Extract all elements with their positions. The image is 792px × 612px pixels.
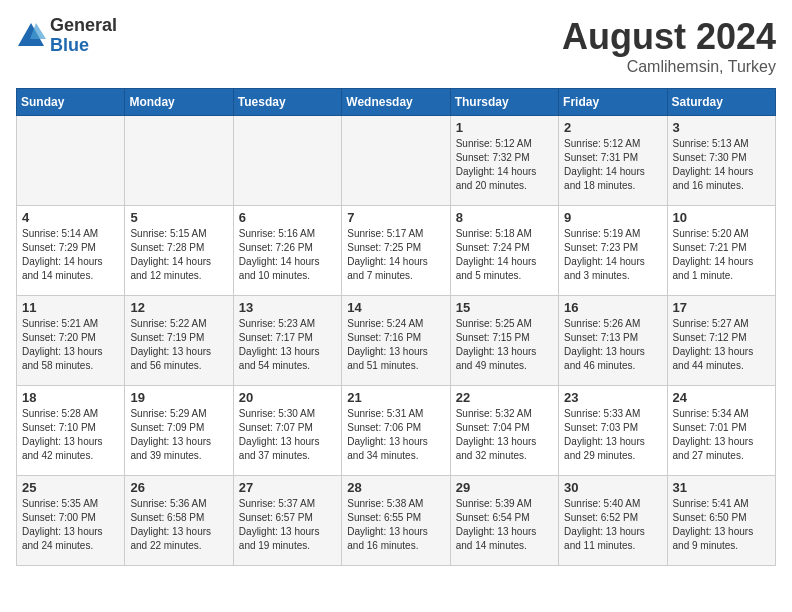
day-number: 7 [347,210,444,225]
header-day-wednesday: Wednesday [342,89,450,116]
day-number: 12 [130,300,227,315]
location: Camlihemsin, Turkey [562,58,776,76]
week-row-2: 4Sunrise: 5:14 AM Sunset: 7:29 PM Daylig… [17,206,776,296]
day-info: Sunrise: 5:32 AM Sunset: 7:04 PM Dayligh… [456,407,553,463]
calendar-cell: 26Sunrise: 5:36 AM Sunset: 6:58 PM Dayli… [125,476,233,566]
header-day-sunday: Sunday [17,89,125,116]
calendar-cell: 14Sunrise: 5:24 AM Sunset: 7:16 PM Dayli… [342,296,450,386]
calendar-cell: 5Sunrise: 5:15 AM Sunset: 7:28 PM Daylig… [125,206,233,296]
day-number: 26 [130,480,227,495]
calendar-cell: 6Sunrise: 5:16 AM Sunset: 7:26 PM Daylig… [233,206,341,296]
day-number: 5 [130,210,227,225]
day-number: 27 [239,480,336,495]
calendar-cell: 9Sunrise: 5:19 AM Sunset: 7:23 PM Daylig… [559,206,667,296]
day-number: 18 [22,390,119,405]
day-info: Sunrise: 5:25 AM Sunset: 7:15 PM Dayligh… [456,317,553,373]
calendar-cell: 22Sunrise: 5:32 AM Sunset: 7:04 PM Dayli… [450,386,558,476]
header-day-saturday: Saturday [667,89,775,116]
day-info: Sunrise: 5:29 AM Sunset: 7:09 PM Dayligh… [130,407,227,463]
header-day-thursday: Thursday [450,89,558,116]
day-info: Sunrise: 5:18 AM Sunset: 7:24 PM Dayligh… [456,227,553,283]
day-number: 8 [456,210,553,225]
logo-general: General [50,16,117,36]
calendar-cell: 20Sunrise: 5:30 AM Sunset: 7:07 PM Dayli… [233,386,341,476]
calendar-table: SundayMondayTuesdayWednesdayThursdayFrid… [16,88,776,566]
day-number: 3 [673,120,770,135]
calendar-cell: 27Sunrise: 5:37 AM Sunset: 6:57 PM Dayli… [233,476,341,566]
calendar-cell: 31Sunrise: 5:41 AM Sunset: 6:50 PM Dayli… [667,476,775,566]
day-number: 10 [673,210,770,225]
day-info: Sunrise: 5:33 AM Sunset: 7:03 PM Dayligh… [564,407,661,463]
title-block: August 2024 Camlihemsin, Turkey [562,16,776,76]
day-number: 1 [456,120,553,135]
day-number: 23 [564,390,661,405]
week-row-4: 18Sunrise: 5:28 AM Sunset: 7:10 PM Dayli… [17,386,776,476]
week-row-3: 11Sunrise: 5:21 AM Sunset: 7:20 PM Dayli… [17,296,776,386]
day-info: Sunrise: 5:39 AM Sunset: 6:54 PM Dayligh… [456,497,553,553]
calendar-cell [17,116,125,206]
day-number: 31 [673,480,770,495]
day-number: 9 [564,210,661,225]
week-row-5: 25Sunrise: 5:35 AM Sunset: 7:00 PM Dayli… [17,476,776,566]
day-info: Sunrise: 5:31 AM Sunset: 7:06 PM Dayligh… [347,407,444,463]
day-info: Sunrise: 5:13 AM Sunset: 7:30 PM Dayligh… [673,137,770,193]
day-info: Sunrise: 5:15 AM Sunset: 7:28 PM Dayligh… [130,227,227,283]
calendar-cell: 19Sunrise: 5:29 AM Sunset: 7:09 PM Dayli… [125,386,233,476]
day-number: 21 [347,390,444,405]
day-info: Sunrise: 5:30 AM Sunset: 7:07 PM Dayligh… [239,407,336,463]
day-number: 11 [22,300,119,315]
calendar-body: 1Sunrise: 5:12 AM Sunset: 7:32 PM Daylig… [17,116,776,566]
day-info: Sunrise: 5:27 AM Sunset: 7:12 PM Dayligh… [673,317,770,373]
day-number: 29 [456,480,553,495]
day-number: 16 [564,300,661,315]
calendar-cell: 11Sunrise: 5:21 AM Sunset: 7:20 PM Dayli… [17,296,125,386]
calendar-cell: 4Sunrise: 5:14 AM Sunset: 7:29 PM Daylig… [17,206,125,296]
day-info: Sunrise: 5:14 AM Sunset: 7:29 PM Dayligh… [22,227,119,283]
day-info: Sunrise: 5:12 AM Sunset: 7:31 PM Dayligh… [564,137,661,193]
calendar-cell: 13Sunrise: 5:23 AM Sunset: 7:17 PM Dayli… [233,296,341,386]
calendar-header: SundayMondayTuesdayWednesdayThursdayFrid… [17,89,776,116]
day-number: 24 [673,390,770,405]
day-info: Sunrise: 5:35 AM Sunset: 7:00 PM Dayligh… [22,497,119,553]
calendar-cell: 29Sunrise: 5:39 AM Sunset: 6:54 PM Dayli… [450,476,558,566]
calendar-cell [125,116,233,206]
calendar-cell [233,116,341,206]
header-day-friday: Friday [559,89,667,116]
calendar-cell: 21Sunrise: 5:31 AM Sunset: 7:06 PM Dayli… [342,386,450,476]
calendar-cell: 7Sunrise: 5:17 AM Sunset: 7:25 PM Daylig… [342,206,450,296]
month-year: August 2024 [562,16,776,58]
calendar-cell: 24Sunrise: 5:34 AM Sunset: 7:01 PM Dayli… [667,386,775,476]
calendar-cell: 17Sunrise: 5:27 AM Sunset: 7:12 PM Dayli… [667,296,775,386]
day-info: Sunrise: 5:41 AM Sunset: 6:50 PM Dayligh… [673,497,770,553]
day-info: Sunrise: 5:26 AM Sunset: 7:13 PM Dayligh… [564,317,661,373]
calendar-cell: 18Sunrise: 5:28 AM Sunset: 7:10 PM Dayli… [17,386,125,476]
day-info: Sunrise: 5:24 AM Sunset: 7:16 PM Dayligh… [347,317,444,373]
calendar-cell: 2Sunrise: 5:12 AM Sunset: 7:31 PM Daylig… [559,116,667,206]
day-number: 15 [456,300,553,315]
calendar-cell: 15Sunrise: 5:25 AM Sunset: 7:15 PM Dayli… [450,296,558,386]
logo: General Blue [16,16,117,56]
calendar-cell: 28Sunrise: 5:38 AM Sunset: 6:55 PM Dayli… [342,476,450,566]
header-day-tuesday: Tuesday [233,89,341,116]
day-number: 22 [456,390,553,405]
day-info: Sunrise: 5:20 AM Sunset: 7:21 PM Dayligh… [673,227,770,283]
calendar-cell: 1Sunrise: 5:12 AM Sunset: 7:32 PM Daylig… [450,116,558,206]
day-info: Sunrise: 5:22 AM Sunset: 7:19 PM Dayligh… [130,317,227,373]
header-day-monday: Monday [125,89,233,116]
day-number: 14 [347,300,444,315]
day-info: Sunrise: 5:17 AM Sunset: 7:25 PM Dayligh… [347,227,444,283]
calendar-cell: 30Sunrise: 5:40 AM Sunset: 6:52 PM Dayli… [559,476,667,566]
day-info: Sunrise: 5:19 AM Sunset: 7:23 PM Dayligh… [564,227,661,283]
day-info: Sunrise: 5:16 AM Sunset: 7:26 PM Dayligh… [239,227,336,283]
calendar-cell [342,116,450,206]
calendar-cell: 16Sunrise: 5:26 AM Sunset: 7:13 PM Dayli… [559,296,667,386]
day-number: 13 [239,300,336,315]
calendar-cell: 3Sunrise: 5:13 AM Sunset: 7:30 PM Daylig… [667,116,775,206]
header-row: SundayMondayTuesdayWednesdayThursdayFrid… [17,89,776,116]
day-number: 4 [22,210,119,225]
day-info: Sunrise: 5:38 AM Sunset: 6:55 PM Dayligh… [347,497,444,553]
day-info: Sunrise: 5:34 AM Sunset: 7:01 PM Dayligh… [673,407,770,463]
day-number: 6 [239,210,336,225]
day-info: Sunrise: 5:12 AM Sunset: 7:32 PM Dayligh… [456,137,553,193]
day-number: 2 [564,120,661,135]
